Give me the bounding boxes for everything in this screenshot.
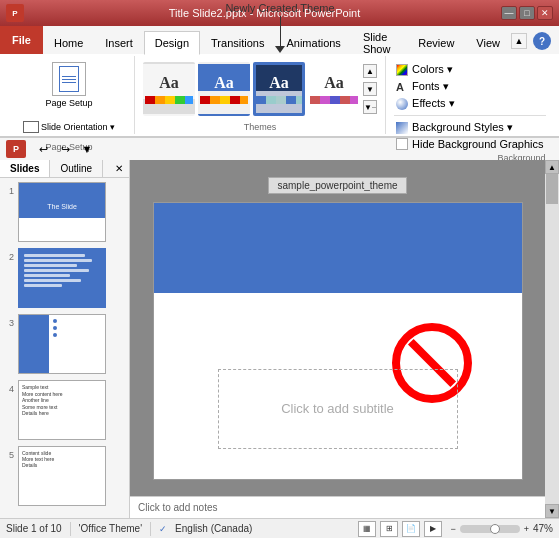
theme-4-thumb[interactable]: Aa	[308, 62, 360, 116]
annotation-text: Newly Created Theme	[225, 2, 334, 14]
theme-name: 'Office Theme'	[79, 523, 142, 534]
slide-item-2[interactable]: 2	[4, 248, 125, 308]
spell-check-icon: ✓	[159, 524, 167, 534]
theme-3-thumb[interactable]: Aa	[253, 62, 305, 116]
scroll-up-button[interactable]: ▲	[545, 160, 559, 174]
colors-label: Colors ▾	[412, 63, 453, 76]
background-styles-button[interactable]: Background Styles ▾	[394, 120, 515, 135]
help-button[interactable]: ?	[533, 32, 551, 50]
slide1-title: The Slide	[47, 203, 77, 210]
slide-filename-label: sample_powerpoint_theme	[268, 177, 406, 194]
normal-view-button[interactable]: ▦	[358, 521, 376, 537]
status-bar: Slide 1 of 10 'Office Theme' ✓ English (…	[0, 518, 559, 538]
zoom-control[interactable]: − + 47%	[450, 523, 553, 534]
background-group: Colors ▾ A Fonts ▾ Effects ▾ Background …	[386, 56, 553, 134]
insert-tab[interactable]: Insert	[94, 30, 144, 54]
page-setup-group: Page Setup Slide Orientation ▾ Page Setu…	[4, 56, 135, 134]
colors-button[interactable]: Colors ▾	[394, 62, 455, 77]
slide-orientation-label: Slide Orientation ▾	[41, 122, 115, 132]
notes-bar[interactable]: Click to add notes	[130, 496, 545, 518]
slide-item-5[interactable]: 5 Content slideMore text hereDetails	[4, 446, 125, 506]
slide-thumb-2[interactable]	[18, 248, 106, 308]
slide4-content: Sample textMore content hereAnother line…	[22, 384, 102, 417]
slide-item-3[interactable]: 3	[4, 314, 125, 374]
main-slide[interactable]: Click to add subtitle	[153, 202, 523, 480]
slide-canvas: sample_powerpoint_theme Click to add sub…	[130, 160, 545, 496]
slideshow-view-button[interactable]: ▶	[424, 521, 442, 537]
scroll-down-button[interactable]: ▼	[545, 504, 559, 518]
slide-num-2: 2	[4, 252, 14, 262]
slide-orientation-button[interactable]: Slide Orientation ▾	[12, 114, 126, 140]
vertical-scrollbar[interactable]: ▲ ▼	[545, 160, 559, 518]
slides-list: 1 The Slide 2	[0, 178, 129, 518]
minimize-button[interactable]: —	[501, 6, 517, 20]
theme-2-thumb[interactable]: Aa	[198, 62, 250, 116]
collapse-ribbon-button[interactable]: ▲	[511, 33, 527, 49]
slide-header	[154, 203, 522, 293]
redo-button[interactable]: ↪	[56, 140, 74, 158]
slide-item-4[interactable]: 4 Sample textMore content hereAnother li…	[4, 380, 125, 440]
subtitle-placeholder-text: Click to add subtitle	[281, 401, 394, 416]
hide-background-checkbox[interactable]: Hide Background Graphics	[394, 137, 545, 151]
zoom-in-button[interactable]: +	[524, 524, 529, 534]
scroll-track[interactable]	[545, 174, 559, 504]
themes-group: Aa Aa Aa Aa	[135, 56, 386, 134]
scroll-thumb[interactable]	[546, 174, 558, 204]
subtitle-placeholder[interactable]: Click to add subtitle	[218, 369, 458, 449]
slide-thumb-3[interactable]	[18, 314, 106, 374]
themes-more-button[interactable]: ▲ ▼ ▼	[363, 62, 377, 116]
qa-more-button[interactable]: ▼	[78, 140, 96, 158]
slide-sorter-button[interactable]: ⊞	[380, 521, 398, 537]
effects-button[interactable]: Effects ▾	[394, 96, 456, 111]
reading-view-button[interactable]: 📄	[402, 521, 420, 537]
outline-tab[interactable]: Outline	[50, 160, 103, 177]
slide-num-3: 3	[4, 318, 14, 328]
theme-default-thumb[interactable]: Aa	[143, 62, 195, 116]
ribbon-content: Page Setup Slide Orientation ▾ Page Setu…	[0, 54, 559, 138]
view-tab[interactable]: View	[465, 30, 511, 54]
slides-tab[interactable]: Slides	[0, 160, 50, 177]
home-tab[interactable]: Home	[43, 30, 94, 54]
slide-num-5: 5	[4, 450, 14, 460]
zoom-level: 47%	[533, 523, 553, 534]
slide-count: Slide 1 of 10	[6, 523, 62, 534]
hide-bg-check-icon	[396, 138, 408, 150]
undo-button[interactable]: ↩	[34, 140, 52, 158]
review-tab[interactable]: Review	[407, 30, 465, 54]
themes-scroll-up[interactable]: ▲	[363, 64, 377, 78]
effects-icon	[396, 98, 408, 110]
panel-tabs: Slides Outline ✕	[0, 160, 129, 178]
page-setup-label: Page Setup	[46, 98, 93, 108]
themes-scroll-down[interactable]: ▼	[363, 82, 377, 96]
zoom-slider[interactable]	[460, 525, 520, 533]
annotation-label: Newly Created Theme	[150, 2, 410, 53]
fonts-icon: A	[396, 81, 408, 93]
slide-num-1: 1	[4, 186, 14, 196]
annotation-line	[280, 16, 281, 46]
effects-label: Effects ▾	[412, 97, 454, 110]
slide-thumb-5[interactable]: Content slideMore text hereDetails	[18, 446, 106, 506]
slide-thumb-4[interactable]: Sample textMore content hereAnother line…	[18, 380, 106, 440]
bg-styles-label: Background Styles ▾	[412, 121, 513, 134]
window-controls: — □ ✕	[501, 6, 553, 20]
fonts-label: Fonts ▾	[412, 80, 449, 93]
status-right: ▦ ⊞ 📄 ▶ − + 47%	[358, 521, 553, 537]
slide-num-4: 4	[4, 384, 14, 394]
app-icon: P	[6, 4, 24, 22]
hide-bg-label: Hide Background Graphics	[412, 138, 543, 150]
page-setup-button[interactable]: Page Setup	[40, 58, 99, 112]
file-tab[interactable]: File	[0, 26, 43, 54]
close-button[interactable]: ✕	[537, 6, 553, 20]
maximize-button[interactable]: □	[519, 6, 535, 20]
bg-styles-icon	[396, 122, 408, 134]
annotation-arrowhead	[275, 46, 285, 53]
themes-expand[interactable]: ▼	[363, 100, 377, 114]
slide-item-1[interactable]: 1 The Slide	[4, 182, 125, 242]
pp-logo: P	[6, 140, 26, 158]
notes-placeholder-text: Click to add notes	[138, 502, 218, 513]
panel-close-button[interactable]: ✕	[109, 160, 129, 177]
zoom-out-button[interactable]: −	[450, 524, 455, 534]
fonts-button[interactable]: A Fonts ▾	[394, 79, 451, 94]
slide-thumb-1[interactable]: The Slide	[18, 182, 106, 242]
language: English (Canada)	[175, 523, 252, 534]
